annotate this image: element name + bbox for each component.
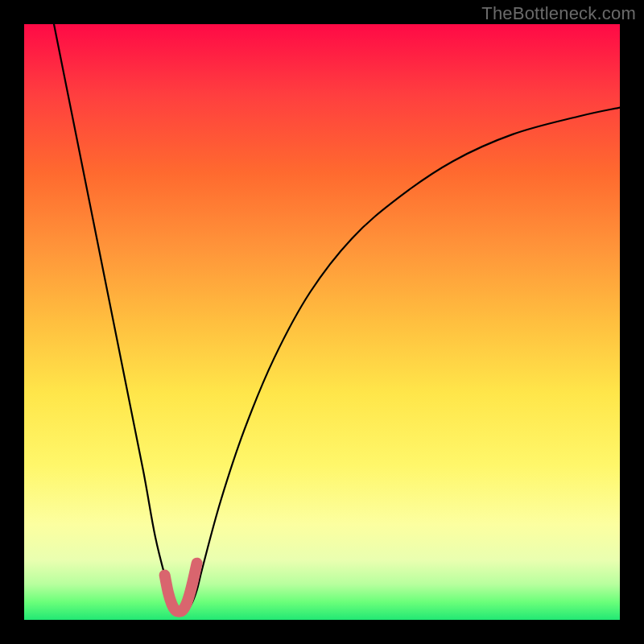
chart-plot-area [24,24,620,620]
chart-svg [24,24,620,620]
bottleneck-curve-line [54,24,620,612]
bottleneck-marker-line [165,564,197,612]
watermark-text: TheBottleneck.com [481,3,636,24]
